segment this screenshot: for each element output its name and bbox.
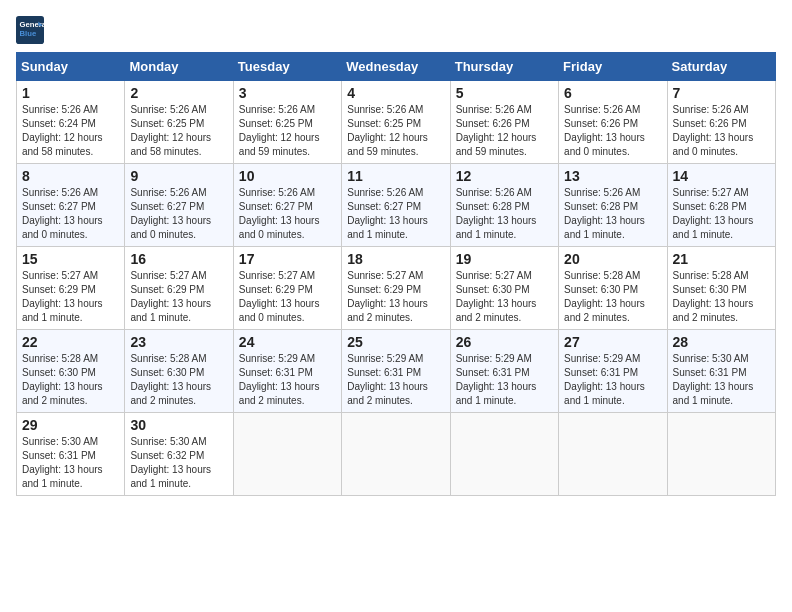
day-cell-6: 6 Sunrise: 5:26 AMSunset: 6:26 PMDayligh… (559, 81, 667, 164)
day-info: Sunrise: 5:29 AMSunset: 6:31 PMDaylight:… (456, 353, 537, 406)
day-info: Sunrise: 5:26 AMSunset: 6:27 PMDaylight:… (239, 187, 320, 240)
day-info: Sunrise: 5:28 AMSunset: 6:30 PMDaylight:… (673, 270, 754, 323)
day-info: Sunrise: 5:28 AMSunset: 6:30 PMDaylight:… (22, 353, 103, 406)
column-header-saturday: Saturday (667, 53, 775, 81)
day-cell-28: 28 Sunrise: 5:30 AMSunset: 6:31 PMDaylig… (667, 330, 775, 413)
day-cell-3: 3 Sunrise: 5:26 AMSunset: 6:25 PMDayligh… (233, 81, 341, 164)
day-number: 21 (673, 251, 770, 267)
day-info: Sunrise: 5:26 AMSunset: 6:25 PMDaylight:… (347, 104, 428, 157)
day-info: Sunrise: 5:29 AMSunset: 6:31 PMDaylight:… (564, 353, 645, 406)
day-cell-2: 2 Sunrise: 5:26 AMSunset: 6:25 PMDayligh… (125, 81, 233, 164)
day-cell-24: 24 Sunrise: 5:29 AMSunset: 6:31 PMDaylig… (233, 330, 341, 413)
day-number: 18 (347, 251, 444, 267)
day-info: Sunrise: 5:26 AMSunset: 6:27 PMDaylight:… (347, 187, 428, 240)
day-cell-21: 21 Sunrise: 5:28 AMSunset: 6:30 PMDaylig… (667, 247, 775, 330)
day-cell-13: 13 Sunrise: 5:26 AMSunset: 6:28 PMDaylig… (559, 164, 667, 247)
day-number: 27 (564, 334, 661, 350)
calendar-table: SundayMondayTuesdayWednesdayThursdayFrid… (16, 52, 776, 496)
day-info: Sunrise: 5:27 AMSunset: 6:29 PMDaylight:… (130, 270, 211, 323)
day-number: 1 (22, 85, 119, 101)
day-cell-12: 12 Sunrise: 5:26 AMSunset: 6:28 PMDaylig… (450, 164, 558, 247)
calendar-week-4: 22 Sunrise: 5:28 AMSunset: 6:30 PMDaylig… (17, 330, 776, 413)
column-header-monday: Monday (125, 53, 233, 81)
logo: General Blue (16, 16, 44, 44)
day-number: 7 (673, 85, 770, 101)
day-info: Sunrise: 5:28 AMSunset: 6:30 PMDaylight:… (564, 270, 645, 323)
day-cell-25: 25 Sunrise: 5:29 AMSunset: 6:31 PMDaylig… (342, 330, 450, 413)
day-info: Sunrise: 5:26 AMSunset: 6:27 PMDaylight:… (130, 187, 211, 240)
calendar-week-5: 29 Sunrise: 5:30 AMSunset: 6:31 PMDaylig… (17, 413, 776, 496)
day-info: Sunrise: 5:30 AMSunset: 6:32 PMDaylight:… (130, 436, 211, 489)
day-info: Sunrise: 5:30 AMSunset: 6:31 PMDaylight:… (673, 353, 754, 406)
day-cell-19: 19 Sunrise: 5:27 AMSunset: 6:30 PMDaylig… (450, 247, 558, 330)
day-number: 10 (239, 168, 336, 184)
day-number: 28 (673, 334, 770, 350)
day-info: Sunrise: 5:27 AMSunset: 6:29 PMDaylight:… (347, 270, 428, 323)
day-cell-23: 23 Sunrise: 5:28 AMSunset: 6:30 PMDaylig… (125, 330, 233, 413)
day-cell-9: 9 Sunrise: 5:26 AMSunset: 6:27 PMDayligh… (125, 164, 233, 247)
column-header-tuesday: Tuesday (233, 53, 341, 81)
day-number: 22 (22, 334, 119, 350)
day-cell-8: 8 Sunrise: 5:26 AMSunset: 6:27 PMDayligh… (17, 164, 125, 247)
day-cell-27: 27 Sunrise: 5:29 AMSunset: 6:31 PMDaylig… (559, 330, 667, 413)
day-info: Sunrise: 5:27 AMSunset: 6:29 PMDaylight:… (239, 270, 320, 323)
day-cell-1: 1 Sunrise: 5:26 AMSunset: 6:24 PMDayligh… (17, 81, 125, 164)
day-info: Sunrise: 5:26 AMSunset: 6:26 PMDaylight:… (564, 104, 645, 157)
day-number: 26 (456, 334, 553, 350)
day-info: Sunrise: 5:26 AMSunset: 6:25 PMDaylight:… (239, 104, 320, 157)
day-cell-16: 16 Sunrise: 5:27 AMSunset: 6:29 PMDaylig… (125, 247, 233, 330)
calendar-week-2: 8 Sunrise: 5:26 AMSunset: 6:27 PMDayligh… (17, 164, 776, 247)
empty-cell (450, 413, 558, 496)
day-cell-7: 7 Sunrise: 5:26 AMSunset: 6:26 PMDayligh… (667, 81, 775, 164)
day-info: Sunrise: 5:26 AMSunset: 6:25 PMDaylight:… (130, 104, 211, 157)
day-info: Sunrise: 5:26 AMSunset: 6:28 PMDaylight:… (564, 187, 645, 240)
day-info: Sunrise: 5:30 AMSunset: 6:31 PMDaylight:… (22, 436, 103, 489)
empty-cell (233, 413, 341, 496)
day-number: 30 (130, 417, 227, 433)
day-cell-20: 20 Sunrise: 5:28 AMSunset: 6:30 PMDaylig… (559, 247, 667, 330)
logo-icon: General Blue (16, 16, 44, 44)
day-number: 11 (347, 168, 444, 184)
day-info: Sunrise: 5:27 AMSunset: 6:28 PMDaylight:… (673, 187, 754, 240)
day-number: 29 (22, 417, 119, 433)
day-info: Sunrise: 5:26 AMSunset: 6:26 PMDaylight:… (456, 104, 537, 157)
day-number: 12 (456, 168, 553, 184)
day-number: 16 (130, 251, 227, 267)
day-info: Sunrise: 5:28 AMSunset: 6:30 PMDaylight:… (130, 353, 211, 406)
day-info: Sunrise: 5:26 AMSunset: 6:27 PMDaylight:… (22, 187, 103, 240)
day-number: 6 (564, 85, 661, 101)
day-cell-29: 29 Sunrise: 5:30 AMSunset: 6:31 PMDaylig… (17, 413, 125, 496)
day-cell-26: 26 Sunrise: 5:29 AMSunset: 6:31 PMDaylig… (450, 330, 558, 413)
calendar-week-1: 1 Sunrise: 5:26 AMSunset: 6:24 PMDayligh… (17, 81, 776, 164)
day-number: 24 (239, 334, 336, 350)
day-number: 23 (130, 334, 227, 350)
day-cell-18: 18 Sunrise: 5:27 AMSunset: 6:29 PMDaylig… (342, 247, 450, 330)
day-number: 3 (239, 85, 336, 101)
day-cell-4: 4 Sunrise: 5:26 AMSunset: 6:25 PMDayligh… (342, 81, 450, 164)
empty-cell (667, 413, 775, 496)
day-cell-14: 14 Sunrise: 5:27 AMSunset: 6:28 PMDaylig… (667, 164, 775, 247)
day-cell-17: 17 Sunrise: 5:27 AMSunset: 6:29 PMDaylig… (233, 247, 341, 330)
day-number: 9 (130, 168, 227, 184)
day-number: 4 (347, 85, 444, 101)
day-number: 20 (564, 251, 661, 267)
column-header-friday: Friday (559, 53, 667, 81)
column-header-sunday: Sunday (17, 53, 125, 81)
calendar-header: SundayMondayTuesdayWednesdayThursdayFrid… (17, 53, 776, 81)
day-number: 13 (564, 168, 661, 184)
day-info: Sunrise: 5:29 AMSunset: 6:31 PMDaylight:… (347, 353, 428, 406)
day-number: 2 (130, 85, 227, 101)
day-cell-11: 11 Sunrise: 5:26 AMSunset: 6:27 PMDaylig… (342, 164, 450, 247)
empty-cell (559, 413, 667, 496)
day-info: Sunrise: 5:26 AMSunset: 6:28 PMDaylight:… (456, 187, 537, 240)
day-cell-5: 5 Sunrise: 5:26 AMSunset: 6:26 PMDayligh… (450, 81, 558, 164)
day-info: Sunrise: 5:26 AMSunset: 6:26 PMDaylight:… (673, 104, 754, 157)
column-header-wednesday: Wednesday (342, 53, 450, 81)
svg-text:Blue: Blue (20, 29, 37, 38)
day-cell-15: 15 Sunrise: 5:27 AMSunset: 6:29 PMDaylig… (17, 247, 125, 330)
day-info: Sunrise: 5:27 AMSunset: 6:30 PMDaylight:… (456, 270, 537, 323)
day-info: Sunrise: 5:26 AMSunset: 6:24 PMDaylight:… (22, 104, 103, 157)
day-number: 14 (673, 168, 770, 184)
day-cell-22: 22 Sunrise: 5:28 AMSunset: 6:30 PMDaylig… (17, 330, 125, 413)
day-number: 19 (456, 251, 553, 267)
